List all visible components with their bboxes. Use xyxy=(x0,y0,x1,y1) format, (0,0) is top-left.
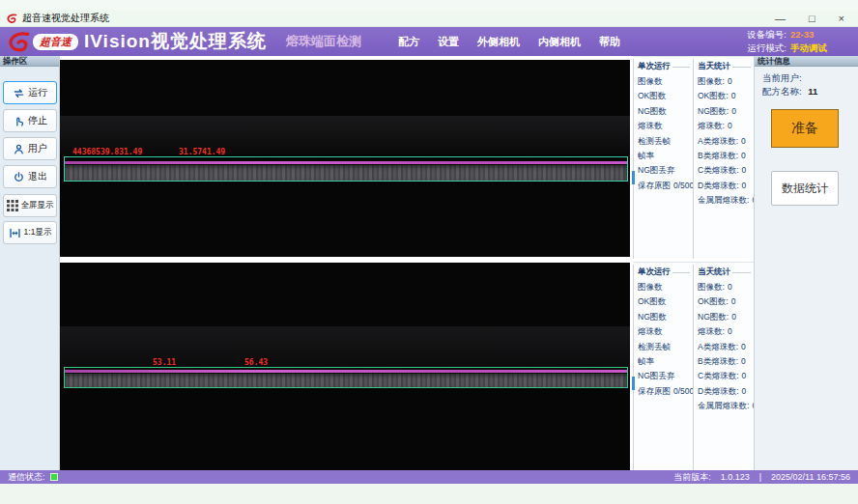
stat-row: 检测丢帧 xyxy=(638,136,693,151)
status-bar-right: 当前版本: 1.0.123 | 2025/02/11 16:57:56 xyxy=(673,471,850,484)
exit-button-label: 退出 xyxy=(28,170,47,183)
measurement-annotation: 56.43 xyxy=(244,358,268,367)
current-user-row: 当前用户: xyxy=(762,72,806,85)
bead-texture-band xyxy=(65,374,627,387)
stat-row: C类熔珠数:0 xyxy=(698,165,754,180)
screen: 超音速视觉处理系统 — □ × 超音速 IVision视觉处理系统 熔珠端面检测… xyxy=(0,0,858,504)
recipe-name-value: 11 xyxy=(808,86,817,97)
info-panel-title: 统计信息 xyxy=(755,56,858,67)
today-stats-header: 当天统计 xyxy=(698,266,754,278)
version-value: 1.0.123 xyxy=(721,472,750,482)
stat-row: NG图数 xyxy=(638,106,693,121)
app-swirl-icon xyxy=(6,13,17,24)
menu-item[interactable]: 外侧相机 xyxy=(477,35,520,49)
stat-row: NG图数:0 xyxy=(698,312,754,326)
desktop-strip-top xyxy=(0,0,858,10)
stat-row: NG图数:0 xyxy=(698,106,754,121)
measurement-annotation: 44368539.831.49 xyxy=(72,148,142,156)
fullscreen-button[interactable]: 全屏显示 xyxy=(3,194,57,217)
run-button-label: 运行 xyxy=(28,86,47,99)
stat-row: NG图丢弃 xyxy=(638,371,693,385)
maximize-button[interactable]: □ xyxy=(809,11,815,26)
menu-item[interactable]: 设置 xyxy=(438,35,459,49)
camera-viewport-bottom: 53.1156.43 xyxy=(60,263,630,470)
stat-row: 熔珠数 xyxy=(638,326,693,341)
stat-row: 图像数 xyxy=(638,76,693,91)
hand-click-icon xyxy=(13,115,25,127)
minimize-button[interactable]: — xyxy=(775,11,786,26)
recipe-name-label: 配方名称: xyxy=(762,86,802,97)
stat-row: B类熔珠数:0 xyxy=(698,151,754,165)
window-titlebar: 超音速视觉处理系统 — □ × xyxy=(0,10,858,27)
one-to-one-button[interactable]: 1:1显示 xyxy=(3,221,57,244)
one-to-one-button-label: 1:1显示 xyxy=(24,227,52,238)
stat-row: 帧率 xyxy=(638,356,693,371)
run-mode-value: 手动调试 xyxy=(790,42,827,55)
stat-row: OK图数 xyxy=(638,296,693,311)
data-statistics-button[interactable]: 数据统计 xyxy=(771,171,839,206)
stat-row: 检测丢帧 xyxy=(638,342,693,356)
stat-row: 帧率 xyxy=(638,151,693,165)
run-button[interactable]: 运行 xyxy=(3,81,57,104)
weld-bead-strip xyxy=(64,367,628,388)
datetime: 2025/02/11 16:57:56 xyxy=(771,472,850,482)
main-menu: 配方设置外侧相机内侧相机帮助 xyxy=(398,35,620,49)
stat-row: 熔珠数:0 xyxy=(698,326,754,341)
menu-item[interactable]: 帮助 xyxy=(599,35,620,49)
stop-button[interactable]: 停止 xyxy=(3,109,57,132)
camera-viewport-top: 44368539.831.4931.5741.49 xyxy=(60,60,630,257)
brand-swirl-icon xyxy=(6,29,31,54)
measurement-annotation: 31.5741.49 xyxy=(179,148,225,156)
version-label: 当前版本: xyxy=(673,471,711,484)
power-icon xyxy=(13,171,25,183)
status-bar: 通信状态: 当前版本: 1.0.123 | 2025/02/11 16:57:5… xyxy=(0,470,858,484)
sidebar-title: 操作区 xyxy=(0,56,59,67)
stat-row: OK图数 xyxy=(638,91,693,105)
run-mode-label: 运行模式: xyxy=(747,42,786,55)
user-button-label: 用户 xyxy=(28,142,47,155)
stat-row: D类熔珠数:0 xyxy=(698,181,754,195)
device-number-value: 22-33 xyxy=(790,29,814,42)
stat-row: D类熔珠数:0 xyxy=(698,386,754,401)
menu-item[interactable]: 内侧相机 xyxy=(538,35,581,49)
sync-arrows-icon xyxy=(13,87,25,99)
stat-row: OK图数:0 xyxy=(698,296,754,311)
run-mode-row: 运行模式: 手动调试 xyxy=(747,42,827,55)
device-number-label: 设备编号: xyxy=(747,29,786,42)
today-stats-column: 当天统计 图像数:0OK图数:0NG图数:0熔珠数:0A类熔珠数:0B类熔珠数:… xyxy=(693,265,754,470)
stat-row: NG图数 xyxy=(638,312,693,326)
stats-panel-bottom: 单次运行 图像数OK图数NG图数熔珠数检测丢帧帧率NG图丢弃保存原图0/500 … xyxy=(633,262,754,470)
grid-icon xyxy=(7,200,18,211)
status-separator: | xyxy=(759,472,761,482)
weld-bead-strip xyxy=(64,156,628,182)
fullscreen-button-label: 全屏显示 xyxy=(21,200,54,211)
laser-line xyxy=(65,161,627,164)
laser-line xyxy=(65,370,627,373)
recipe-name-row: 配方名称: 11 xyxy=(762,86,817,98)
stat-row: NG图丢弃 xyxy=(638,165,693,180)
stat-row: A类熔珠数:0 xyxy=(698,342,754,356)
user-button[interactable]: 用户 xyxy=(3,137,57,160)
single-run-header: 单次运行 xyxy=(638,266,693,278)
main-area: 操作区 运行 停止 用户 退出 全屏显示 xyxy=(0,56,858,470)
stop-button-label: 停止 xyxy=(28,114,47,127)
stat-row: 保存原图0/500 xyxy=(638,386,693,401)
single-run-column: 单次运行 图像数OK图数NG图数熔珠数检测丢帧帧率NG图丢弃保存原图0/500 xyxy=(633,59,693,259)
one-to-one-icon xyxy=(9,227,21,239)
close-button[interactable]: × xyxy=(839,11,844,26)
comm-status-label: 通信状态: xyxy=(8,471,45,484)
stat-row: 图像数:0 xyxy=(698,282,754,296)
stat-row: 保存原图0/500 xyxy=(638,181,693,195)
stat-row: A类熔珠数:0 xyxy=(698,136,754,151)
brand-badge: 超音速 xyxy=(33,34,78,50)
device-info: 设备编号: 22-33 运行模式: 手动调试 xyxy=(747,29,852,55)
stat-row: 熔珠数 xyxy=(638,121,693,135)
info-panel: 统计信息 当前用户: 配方名称: 11 准备 数据统计 xyxy=(754,56,858,470)
ready-button[interactable]: 准备 xyxy=(771,109,839,148)
app-header: 超音速 IVision视觉处理系统 熔珠端面检测 配方设置外侧相机内侧相机帮助 … xyxy=(0,27,858,56)
exit-button[interactable]: 退出 xyxy=(3,165,57,188)
menu-item[interactable]: 配方 xyxy=(398,35,419,49)
window-controls: — □ × xyxy=(775,11,852,26)
stat-row: 熔珠数:0 xyxy=(698,121,754,135)
stat-row: 金属屑熔珠数:0 xyxy=(698,401,754,415)
